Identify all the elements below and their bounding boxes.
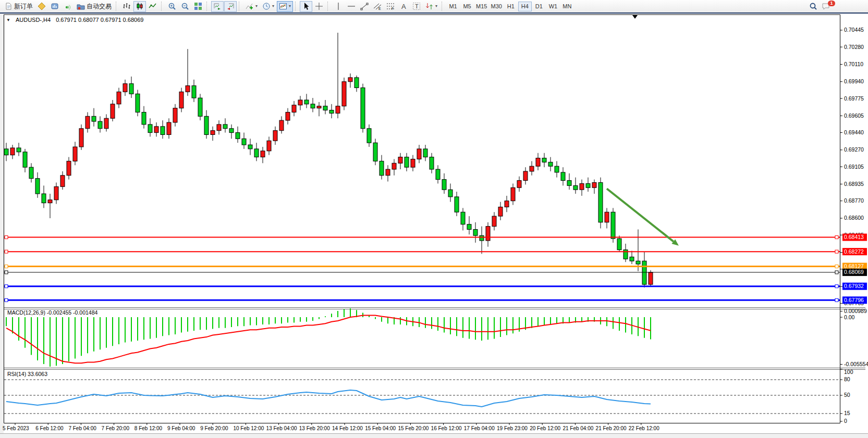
periods-button[interactable]: ▾: [260, 1, 276, 12]
text-tool-button[interactable]: A: [397, 1, 410, 12]
svg-text:0.67932: 0.67932: [844, 283, 864, 289]
search-button[interactable]: [807, 1, 820, 12]
bar-chart-button[interactable]: [120, 1, 133, 12]
line-chart-button[interactable]: [146, 1, 159, 12]
svg-text:80: 80: [844, 376, 850, 382]
tile-windows-button[interactable]: [192, 1, 204, 12]
trendline-tool-button[interactable]: [358, 1, 371, 12]
tile-windows-icon: [194, 2, 202, 10]
toolbar-separator: [116, 2, 118, 11]
ohlc-bars-icon: [123, 2, 131, 10]
svg-text:9 Feb 20:00: 9 Feb 20:00: [200, 426, 228, 431]
svg-text:0.69105: 0.69105: [844, 164, 864, 170]
svg-text:5 Feb 2023: 5 Feb 2023: [3, 426, 29, 431]
svg-text:22 Feb 12:00: 22 Feb 12:00: [629, 426, 659, 431]
svg-text:50: 50: [844, 392, 850, 398]
svg-text:7 Feb 20:00: 7 Feb 20:00: [102, 426, 130, 431]
timeframe-button-W1[interactable]: W1: [546, 2, 560, 11]
svg-text:0.69440: 0.69440: [844, 129, 864, 135]
svg-text:0.68935: 0.68935: [844, 181, 864, 187]
timeframe-button-MN[interactable]: MN: [560, 2, 574, 11]
svg-text:0.70445: 0.70445: [844, 27, 864, 33]
crosshair-tool-button[interactable]: [313, 1, 325, 12]
chevron-down-icon[interactable]: ▾: [255, 4, 258, 8]
timeframe-button-M5[interactable]: M5: [460, 2, 474, 11]
chart-symbol-title: AUDUSD-,H4: [16, 17, 51, 23]
svg-text:8 Feb 12:00: 8 Feb 12:00: [135, 426, 163, 431]
svg-text:13 Feb 04:00: 13 Feb 04:00: [266, 426, 297, 431]
time-axis: 5 Feb 20236 Feb 12:007 Feb 04:007 Feb 20…: [3, 423, 659, 431]
svg-text:0.68272: 0.68272: [844, 248, 864, 255]
svg-text:6 Feb 12:00: 6 Feb 12:00: [35, 426, 64, 431]
cursor-icon: [302, 2, 310, 10]
symbol-dropdown-icon[interactable]: ▼: [6, 18, 10, 22]
auto-scroll-button[interactable]: [211, 1, 224, 12]
fibonacci-tool-button[interactable]: F: [384, 1, 397, 12]
signal-center-button[interactable]: [62, 1, 74, 12]
data-window-icon: [51, 2, 59, 10]
timeframe-button-M1[interactable]: M1: [446, 2, 460, 11]
rsi-line: [6, 390, 651, 407]
vertical-line-tool-button[interactable]: [332, 1, 345, 12]
zoom-out-button[interactable]: [179, 1, 191, 12]
svg-text:15: 15: [844, 410, 850, 416]
arrows-icon: [425, 2, 434, 10]
quotes-button[interactable]: [35, 1, 48, 12]
timeframe-button-H1[interactable]: H1: [504, 2, 518, 11]
candlesticks: [4, 33, 653, 287]
chart-title-row: ▼ AUDUSD-,H4 0.67971 0.68077 0.67971 0.6…: [6, 17, 143, 23]
svg-text:0.68127: 0.68127: [844, 263, 864, 269]
bar-shift-marker[interactable]: [632, 15, 638, 19]
data-window-button[interactable]: [48, 1, 61, 12]
svg-text:21 Feb 04:00: 21 Feb 04:00: [563, 426, 593, 431]
candlestick-chart-button[interactable]: [133, 1, 146, 12]
toolbar-right-group: 1: [807, 1, 866, 12]
svg-text:F: F: [392, 7, 394, 10]
channel-icon: E: [373, 2, 382, 10]
arrows-tool-button[interactable]: ▾: [423, 1, 439, 12]
svg-text:9 Feb 04:00: 9 Feb 04:00: [167, 426, 195, 431]
new-order-button[interactable]: 新订单: [2, 1, 35, 12]
trendline-icon: [360, 2, 369, 10]
add-indicator-button[interactable]: ▾: [243, 1, 260, 12]
chart-shift-button[interactable]: [224, 1, 237, 12]
chevron-down-icon[interactable]: ▾: [289, 4, 291, 8]
svg-text:20 Feb 12:00: 20 Feb 12:00: [530, 426, 560, 431]
toolbar-separator: [327, 2, 330, 11]
timeframe-button-M15[interactable]: M15: [474, 2, 488, 11]
add-indicator-icon: [246, 2, 254, 10]
zoom-in-button[interactable]: [166, 1, 178, 12]
chart-shift-icon: [226, 2, 235, 10]
notifications-button[interactable]: 1: [820, 1, 841, 12]
chart-window: ▼ AUDUSD-,H4 0.67971 0.68077 0.67971 0.6…: [0, 14, 868, 438]
chart-ohlc-values: 0.67971 0.68077 0.67971 0.68069: [56, 17, 143, 23]
line-chart-icon: [149, 2, 157, 10]
svg-text:19 Feb 23:00: 19 Feb 23:00: [497, 426, 528, 431]
auto-trading-button[interactable]: 自动交易: [75, 1, 114, 12]
toolbar-separator: [239, 2, 241, 11]
zoom-out-icon: [181, 2, 189, 10]
svg-text:21 Feb 20:00: 21 Feb 20:00: [596, 426, 627, 431]
horizontal-line-tool-button[interactable]: [345, 1, 358, 12]
svg-text:17 Feb 04:00: 17 Feb 04:00: [464, 426, 495, 431]
macd-panel: MACD(12,26,9) -0.002455 -0.0014840.00098…: [6, 308, 868, 367]
chart-canvas[interactable]: 0.704450.702800.701100.699400.697750.696…: [0, 14, 868, 438]
svg-text:0.69605: 0.69605: [844, 112, 864, 119]
text-label-tool-button[interactable]: T: [410, 1, 423, 12]
timeframe-button-M30[interactable]: M30: [489, 2, 503, 11]
clock-icon: [262, 2, 271, 10]
templates-button[interactable]: ▾: [277, 1, 293, 12]
cursor-tool-button[interactable]: [300, 1, 312, 12]
chart-border: [4, 15, 840, 423]
svg-text:0.69775: 0.69775: [844, 95, 864, 102]
timeframe-button-D1[interactable]: D1: [532, 2, 546, 11]
vertical-line-icon: [334, 2, 343, 10]
equidistant-channel-tool-button[interactable]: E: [371, 1, 384, 12]
svg-text:15 Feb 04:00: 15 Feb 04:00: [365, 426, 396, 431]
timeframe-button-H4[interactable]: H4: [518, 2, 532, 11]
svg-text:T: T: [415, 3, 419, 9]
chevron-down-icon[interactable]: ▾: [272, 4, 274, 8]
signal-icon: [64, 2, 72, 10]
chevron-down-icon[interactable]: ▾: [435, 4, 437, 8]
new-order-icon: [4, 2, 13, 10]
